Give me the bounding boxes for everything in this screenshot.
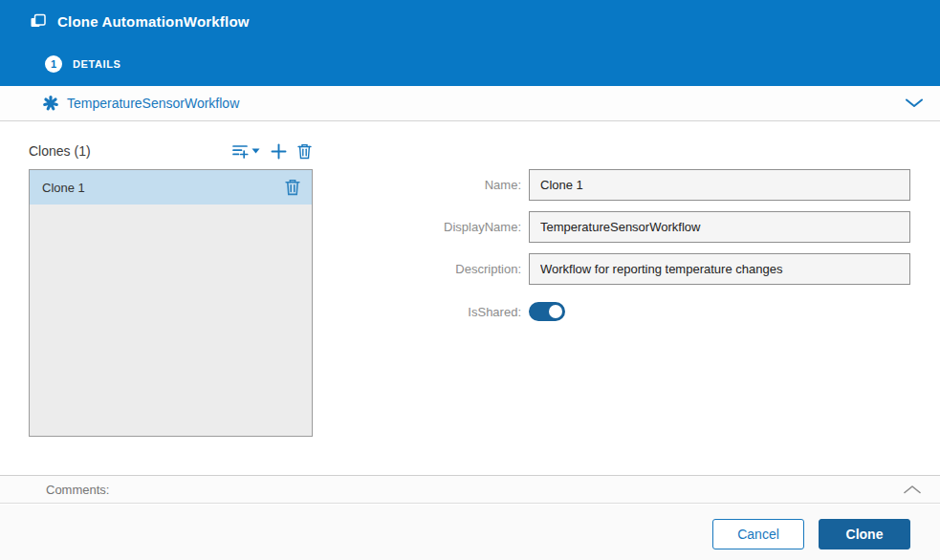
trash-icon[interactable] (285, 179, 300, 196)
chevron-up-icon[interactable] (904, 485, 921, 494)
step-label: DETAILS (73, 58, 120, 70)
displayname-label: DisplayName: (402, 211, 521, 243)
clones-title: Clones (1) (29, 143, 91, 159)
dialog-footer: Cancel Clone (0, 505, 940, 560)
name-field[interactable] (529, 169, 910, 201)
plus-icon (271, 143, 287, 160)
step-number-badge: 1 (45, 55, 62, 73)
add-list-icon (232, 143, 249, 159)
description-field[interactable] (529, 253, 910, 285)
clone-item-label: Clone 1 (42, 181, 85, 195)
name-label: Name: (402, 169, 521, 201)
trash-icon (297, 143, 312, 160)
clones-list: Clone 1 (29, 169, 313, 437)
isshared-label: IsShared: (402, 303, 521, 322)
clone-button[interactable]: Clone (819, 519, 910, 549)
clones-panel-header: Clones (1) (29, 140, 314, 162)
isshared-toggle[interactable] (529, 302, 565, 321)
dialog-header: Clone AutomationWorkflow 1 DETAILS (0, 0, 940, 86)
workflow-section-header[interactable]: TemperatureSensorWorkflow (0, 86, 940, 121)
list-item-clone-1[interactable]: Clone 1 (30, 170, 312, 205)
clone-workflow-dialog: Clone AutomationWorkflow 1 DETAILS Tempe… (0, 0, 940, 560)
step-details[interactable]: 1 DETAILS (45, 55, 120, 73)
clone-icon (29, 11, 48, 31)
bulk-add-clones-button[interactable] (230, 141, 262, 161)
delete-clone-button[interactable] (295, 141, 314, 162)
dialog-title: Clone AutomationWorkflow (57, 13, 250, 30)
chevron-down-icon[interactable] (906, 98, 923, 108)
workflow-name: TemperatureSensorWorkflow (67, 96, 239, 111)
toggle-knob (549, 305, 562, 318)
caret-down-icon (251, 148, 260, 154)
description-label: Description: (402, 253, 521, 285)
add-clone-button[interactable] (269, 141, 289, 162)
comments-label: Comments: (46, 483, 109, 497)
cancel-button[interactable]: Cancel (712, 519, 804, 549)
workflow-icon (42, 95, 59, 112)
displayname-field[interactable] (529, 211, 910, 243)
comments-section[interactable]: Comments: (0, 475, 940, 504)
